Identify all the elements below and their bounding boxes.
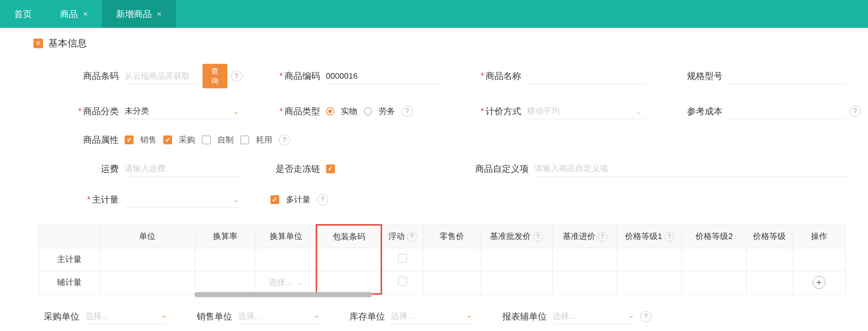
label-barcode: 商品条码: [63, 70, 119, 82]
row-main-label: 主计量: [39, 248, 100, 271]
check-purchase[interactable]: ✓: [163, 135, 172, 144]
label-coldchain: 是否走冻链: [264, 163, 320, 175]
sale-unit-select[interactable]: 选择...⌄: [238, 308, 320, 324]
close-icon[interactable]: ×: [83, 9, 88, 19]
th-unit: 单位: [100, 225, 195, 248]
th-rate: 换算率: [195, 225, 256, 248]
label-type: *商品类型: [264, 105, 320, 117]
barcode-input[interactable]: [125, 68, 199, 84]
help-icon[interactable]: ?: [849, 106, 861, 117]
purchase-unit-select[interactable]: 选择...⌄: [85, 308, 167, 324]
code-input[interactable]: [326, 68, 444, 84]
label-freight: 运费: [63, 163, 119, 175]
custom-input[interactable]: [535, 161, 846, 177]
label-pricing: *计价方式: [466, 105, 521, 117]
help-icon[interactable]: ?: [231, 71, 242, 82]
name-input[interactable]: [527, 68, 645, 84]
label-spec: 规格型号: [667, 70, 723, 82]
th-basein: 基准进价?: [552, 225, 617, 248]
radio-physical[interactable]: [326, 107, 334, 115]
tab-products[interactable]: 商品×: [46, 0, 102, 28]
section-header: ≡ 基本信息: [33, 37, 846, 50]
label-refcost: 参考成本: [667, 105, 723, 117]
table-row: 辅计量 选择...⌄ +: [39, 271, 846, 294]
pricing-select[interactable]: [527, 103, 645, 119]
label-custom: 商品自定义项: [466, 163, 529, 175]
spec-input[interactable]: [729, 68, 846, 84]
help-icon[interactable]: ?: [279, 134, 290, 145]
th-ops: 操作: [792, 225, 846, 248]
add-row-button[interactable]: +: [813, 276, 825, 289]
th-float: 浮动?: [381, 225, 423, 248]
label-code: *商品编码: [264, 70, 320, 82]
horizontal-scrollbar[interactable]: [39, 292, 846, 297]
refcost-input[interactable]: [729, 103, 846, 119]
check-sale[interactable]: ✓: [125, 135, 134, 144]
table-row: 主计量: [39, 248, 846, 271]
th-wholesale: 基准批发价?: [480, 225, 553, 248]
label-name: *商品名称: [466, 70, 521, 82]
help-icon[interactable]: ?: [640, 311, 651, 322]
category-select[interactable]: [125, 103, 242, 119]
section-icon: ≡: [33, 39, 43, 48]
label-attr: 商品属性: [63, 134, 119, 146]
label-category: *商品分类: [63, 105, 119, 117]
th-rateunit: 换算单位: [256, 225, 316, 248]
float-checkbox[interactable]: [398, 277, 407, 286]
th-lvl2: 价格等级2: [682, 225, 746, 248]
check-self[interactable]: [202, 135, 211, 144]
label-mainunit: *主计量: [63, 194, 119, 206]
stock-unit-select[interactable]: 选择...⌄: [391, 308, 473, 324]
tabs-bar: 首页 商品× 新增商品×: [0, 0, 868, 28]
check-coldchain[interactable]: ✓: [326, 164, 335, 173]
th-lvl1: 价格等级1?: [617, 225, 682, 248]
section-title: 基本信息: [48, 37, 87, 50]
mainunit-select[interactable]: [125, 191, 242, 207]
label-purchase-unit: 采购单位: [44, 311, 79, 322]
tab-home[interactable]: 首页: [0, 0, 46, 28]
freight-input[interactable]: [125, 161, 242, 177]
rateunit-select: 选择...⌄: [260, 277, 312, 288]
unit-table: 单位 换算率 换算单位 包装条码 浮动? 零售价 基准批发价? 基准进价? 价格…: [39, 224, 846, 295]
check-consume[interactable]: [240, 135, 249, 144]
report-unit-select[interactable]: 选择...⌄: [553, 308, 634, 324]
help-icon[interactable]: ?: [317, 194, 328, 205]
float-checkbox[interactable]: [398, 254, 407, 263]
row-aux-label: 辅计量: [39, 271, 100, 294]
close-icon[interactable]: ×: [157, 9, 162, 19]
query-button[interactable]: 查询: [203, 64, 227, 88]
th-retail: 零售价: [423, 225, 480, 248]
label-sale-unit: 销售单位: [197, 311, 232, 322]
radio-service[interactable]: [364, 107, 372, 115]
check-multiunit[interactable]: ✓: [270, 195, 279, 204]
tab-add-product[interactable]: 新增商品×: [102, 0, 176, 28]
help-icon[interactable]: ?: [402, 106, 413, 117]
th-blank: [39, 225, 100, 248]
label-stock-unit: 库存单位: [349, 311, 385, 322]
th-packcode: 包装条码: [316, 225, 381, 248]
th-lvl3: 价格等级: [747, 225, 792, 248]
label-report-unit: 报表辅单位: [502, 311, 547, 322]
